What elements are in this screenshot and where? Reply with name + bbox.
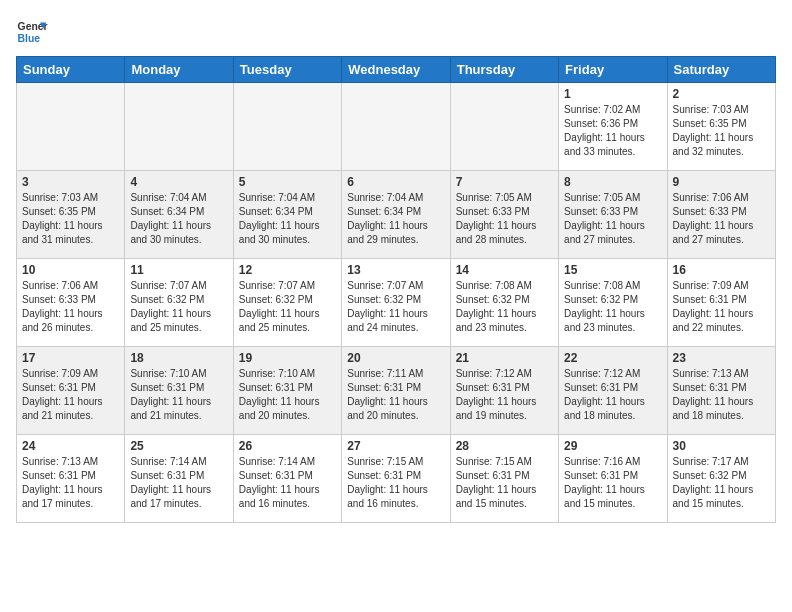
calendar-week-2: 3Sunrise: 7:03 AM Sunset: 6:35 PM Daylig… bbox=[17, 171, 776, 259]
calendar-cell: 29Sunrise: 7:16 AM Sunset: 6:31 PM Dayli… bbox=[559, 435, 667, 523]
day-number: 26 bbox=[239, 439, 336, 453]
day-number: 21 bbox=[456, 351, 553, 365]
day-info: Sunrise: 7:14 AM Sunset: 6:31 PM Dayligh… bbox=[130, 455, 227, 511]
calendar-cell: 18Sunrise: 7:10 AM Sunset: 6:31 PM Dayli… bbox=[125, 347, 233, 435]
calendar-cell bbox=[17, 83, 125, 171]
day-info: Sunrise: 7:10 AM Sunset: 6:31 PM Dayligh… bbox=[130, 367, 227, 423]
calendar-cell: 21Sunrise: 7:12 AM Sunset: 6:31 PM Dayli… bbox=[450, 347, 558, 435]
day-info: Sunrise: 7:11 AM Sunset: 6:31 PM Dayligh… bbox=[347, 367, 444, 423]
calendar-cell: 27Sunrise: 7:15 AM Sunset: 6:31 PM Dayli… bbox=[342, 435, 450, 523]
weekday-header-saturday: Saturday bbox=[667, 57, 775, 83]
day-info: Sunrise: 7:17 AM Sunset: 6:32 PM Dayligh… bbox=[673, 455, 770, 511]
calendar-cell bbox=[125, 83, 233, 171]
calendar-cell: 23Sunrise: 7:13 AM Sunset: 6:31 PM Dayli… bbox=[667, 347, 775, 435]
day-info: Sunrise: 7:16 AM Sunset: 6:31 PM Dayligh… bbox=[564, 455, 661, 511]
calendar-cell: 11Sunrise: 7:07 AM Sunset: 6:32 PM Dayli… bbox=[125, 259, 233, 347]
day-info: Sunrise: 7:06 AM Sunset: 6:33 PM Dayligh… bbox=[22, 279, 119, 335]
day-number: 28 bbox=[456, 439, 553, 453]
calendar-cell: 12Sunrise: 7:07 AM Sunset: 6:32 PM Dayli… bbox=[233, 259, 341, 347]
calendar-cell: 8Sunrise: 7:05 AM Sunset: 6:33 PM Daylig… bbox=[559, 171, 667, 259]
calendar-cell bbox=[233, 83, 341, 171]
day-info: Sunrise: 7:14 AM Sunset: 6:31 PM Dayligh… bbox=[239, 455, 336, 511]
day-info: Sunrise: 7:06 AM Sunset: 6:33 PM Dayligh… bbox=[673, 191, 770, 247]
day-number: 18 bbox=[130, 351, 227, 365]
calendar-cell: 30Sunrise: 7:17 AM Sunset: 6:32 PM Dayli… bbox=[667, 435, 775, 523]
calendar-week-1: 1Sunrise: 7:02 AM Sunset: 6:36 PM Daylig… bbox=[17, 83, 776, 171]
calendar-cell: 7Sunrise: 7:05 AM Sunset: 6:33 PM Daylig… bbox=[450, 171, 558, 259]
day-info: Sunrise: 7:12 AM Sunset: 6:31 PM Dayligh… bbox=[456, 367, 553, 423]
calendar-cell: 17Sunrise: 7:09 AM Sunset: 6:31 PM Dayli… bbox=[17, 347, 125, 435]
calendar-cell: 19Sunrise: 7:10 AM Sunset: 6:31 PM Dayli… bbox=[233, 347, 341, 435]
day-number: 23 bbox=[673, 351, 770, 365]
calendar-cell: 22Sunrise: 7:12 AM Sunset: 6:31 PM Dayli… bbox=[559, 347, 667, 435]
day-info: Sunrise: 7:05 AM Sunset: 6:33 PM Dayligh… bbox=[564, 191, 661, 247]
day-info: Sunrise: 7:08 AM Sunset: 6:32 PM Dayligh… bbox=[564, 279, 661, 335]
day-number: 24 bbox=[22, 439, 119, 453]
calendar-cell: 14Sunrise: 7:08 AM Sunset: 6:32 PM Dayli… bbox=[450, 259, 558, 347]
day-number: 15 bbox=[564, 263, 661, 277]
calendar-cell: 3Sunrise: 7:03 AM Sunset: 6:35 PM Daylig… bbox=[17, 171, 125, 259]
day-info: Sunrise: 7:13 AM Sunset: 6:31 PM Dayligh… bbox=[673, 367, 770, 423]
day-info: Sunrise: 7:13 AM Sunset: 6:31 PM Dayligh… bbox=[22, 455, 119, 511]
calendar-cell: 25Sunrise: 7:14 AM Sunset: 6:31 PM Dayli… bbox=[125, 435, 233, 523]
day-number: 8 bbox=[564, 175, 661, 189]
weekday-header-thursday: Thursday bbox=[450, 57, 558, 83]
day-number: 11 bbox=[130, 263, 227, 277]
calendar-cell: 26Sunrise: 7:14 AM Sunset: 6:31 PM Dayli… bbox=[233, 435, 341, 523]
calendar-cell: 1Sunrise: 7:02 AM Sunset: 6:36 PM Daylig… bbox=[559, 83, 667, 171]
day-number: 5 bbox=[239, 175, 336, 189]
weekday-header-tuesday: Tuesday bbox=[233, 57, 341, 83]
day-number: 2 bbox=[673, 87, 770, 101]
weekday-header-row: SundayMondayTuesdayWednesdayThursdayFrid… bbox=[17, 57, 776, 83]
day-number: 16 bbox=[673, 263, 770, 277]
day-info: Sunrise: 7:09 AM Sunset: 6:31 PM Dayligh… bbox=[22, 367, 119, 423]
day-number: 3 bbox=[22, 175, 119, 189]
day-number: 19 bbox=[239, 351, 336, 365]
logo: General Blue bbox=[16, 16, 48, 48]
calendar-cell: 2Sunrise: 7:03 AM Sunset: 6:35 PM Daylig… bbox=[667, 83, 775, 171]
day-info: Sunrise: 7:04 AM Sunset: 6:34 PM Dayligh… bbox=[347, 191, 444, 247]
day-info: Sunrise: 7:09 AM Sunset: 6:31 PM Dayligh… bbox=[673, 279, 770, 335]
day-number: 29 bbox=[564, 439, 661, 453]
svg-text:Blue: Blue bbox=[18, 33, 41, 44]
calendar-cell: 10Sunrise: 7:06 AM Sunset: 6:33 PM Dayli… bbox=[17, 259, 125, 347]
day-info: Sunrise: 7:07 AM Sunset: 6:32 PM Dayligh… bbox=[239, 279, 336, 335]
weekday-header-wednesday: Wednesday bbox=[342, 57, 450, 83]
weekday-header-friday: Friday bbox=[559, 57, 667, 83]
calendar-week-5: 24Sunrise: 7:13 AM Sunset: 6:31 PM Dayli… bbox=[17, 435, 776, 523]
calendar-cell: 13Sunrise: 7:07 AM Sunset: 6:32 PM Dayli… bbox=[342, 259, 450, 347]
day-number: 25 bbox=[130, 439, 227, 453]
calendar-cell bbox=[450, 83, 558, 171]
calendar-cell: 9Sunrise: 7:06 AM Sunset: 6:33 PM Daylig… bbox=[667, 171, 775, 259]
day-info: Sunrise: 7:02 AM Sunset: 6:36 PM Dayligh… bbox=[564, 103, 661, 159]
day-info: Sunrise: 7:05 AM Sunset: 6:33 PM Dayligh… bbox=[456, 191, 553, 247]
day-info: Sunrise: 7:07 AM Sunset: 6:32 PM Dayligh… bbox=[347, 279, 444, 335]
day-info: Sunrise: 7:08 AM Sunset: 6:32 PM Dayligh… bbox=[456, 279, 553, 335]
day-info: Sunrise: 7:03 AM Sunset: 6:35 PM Dayligh… bbox=[673, 103, 770, 159]
weekday-header-sunday: Sunday bbox=[17, 57, 125, 83]
calendar-cell: 24Sunrise: 7:13 AM Sunset: 6:31 PM Dayli… bbox=[17, 435, 125, 523]
day-number: 1 bbox=[564, 87, 661, 101]
day-number: 17 bbox=[22, 351, 119, 365]
day-number: 14 bbox=[456, 263, 553, 277]
page-header: General Blue bbox=[16, 16, 776, 48]
day-number: 22 bbox=[564, 351, 661, 365]
calendar-cell: 4Sunrise: 7:04 AM Sunset: 6:34 PM Daylig… bbox=[125, 171, 233, 259]
calendar-cell: 6Sunrise: 7:04 AM Sunset: 6:34 PM Daylig… bbox=[342, 171, 450, 259]
calendar-cell: 28Sunrise: 7:15 AM Sunset: 6:31 PM Dayli… bbox=[450, 435, 558, 523]
day-number: 4 bbox=[130, 175, 227, 189]
day-number: 10 bbox=[22, 263, 119, 277]
day-number: 30 bbox=[673, 439, 770, 453]
day-info: Sunrise: 7:04 AM Sunset: 6:34 PM Dayligh… bbox=[239, 191, 336, 247]
day-info: Sunrise: 7:15 AM Sunset: 6:31 PM Dayligh… bbox=[347, 455, 444, 511]
calendar-week-4: 17Sunrise: 7:09 AM Sunset: 6:31 PM Dayli… bbox=[17, 347, 776, 435]
day-info: Sunrise: 7:07 AM Sunset: 6:32 PM Dayligh… bbox=[130, 279, 227, 335]
day-number: 6 bbox=[347, 175, 444, 189]
day-info: Sunrise: 7:03 AM Sunset: 6:35 PM Dayligh… bbox=[22, 191, 119, 247]
calendar-cell: 15Sunrise: 7:08 AM Sunset: 6:32 PM Dayli… bbox=[559, 259, 667, 347]
day-number: 20 bbox=[347, 351, 444, 365]
calendar-cell: 5Sunrise: 7:04 AM Sunset: 6:34 PM Daylig… bbox=[233, 171, 341, 259]
weekday-header-monday: Monday bbox=[125, 57, 233, 83]
day-info: Sunrise: 7:04 AM Sunset: 6:34 PM Dayligh… bbox=[130, 191, 227, 247]
calendar-cell bbox=[342, 83, 450, 171]
